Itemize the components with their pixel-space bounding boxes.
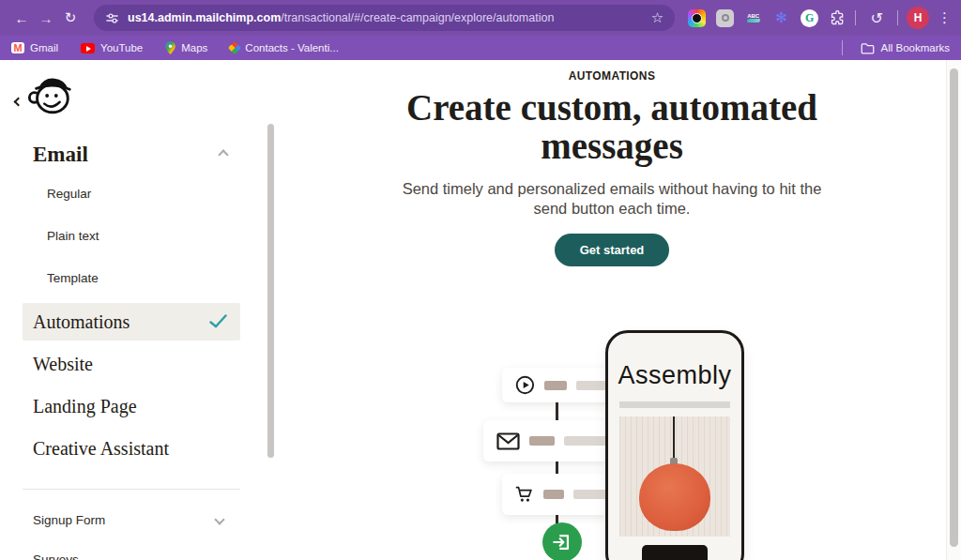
sidebar-item-signup-form[interactable]: Signup Form	[0, 501, 278, 538]
phone-mockup: Assembly	[605, 330, 744, 560]
email-section-label: Email	[33, 143, 88, 167]
item-label: Plain text	[47, 229, 99, 243]
phone-cta-button	[642, 545, 708, 560]
all-bookmarks-label: All Bookmarks	[881, 42, 951, 53]
bookmark-maps[interactable]: Maps	[165, 41, 207, 54]
checkmark-icon	[209, 314, 227, 328]
item-label: Signup Form	[33, 513, 105, 527]
signin-badge	[542, 522, 582, 560]
sidebar-header	[0, 71, 278, 126]
flow-connector	[556, 462, 558, 474]
history-icon[interactable]: ↺	[864, 6, 889, 30]
sidebar-item-landing-page[interactable]: Landing Page	[0, 386, 278, 428]
item-label: Surveys	[33, 552, 79, 560]
phone-app-title: Assembly	[608, 361, 741, 390]
scrollbar-thumb[interactable]	[950, 68, 958, 547]
grammarly-extension-icon[interactable]: G	[801, 9, 818, 27]
placeholder-bar	[544, 381, 567, 390]
bookmark-youtube[interactable]: YouTube	[81, 42, 143, 53]
profile-avatar[interactable]: H	[907, 7, 929, 29]
bookmarks-bar: M Gmail YouTube Maps Contacts - Valenti.…	[0, 36, 961, 60]
sidebar-item-website[interactable]: Website	[0, 343, 278, 386]
page-scrollbar[interactable]	[946, 60, 961, 560]
placeholder-bar	[576, 381, 616, 390]
url-text[interactable]: us14.admin.mailchimp.com/transactional/#…	[128, 11, 651, 24]
lamp-cap	[670, 458, 678, 466]
site-settings-icon[interactable]	[105, 11, 119, 25]
flow-card-cart	[502, 474, 608, 515]
bookmark-label: Contacts - Valenti...	[245, 42, 339, 53]
extension-icons: ABC ✻ G	[688, 9, 847, 27]
sidebar-item-template[interactable]: Template	[0, 257, 278, 299]
sidebar-scrollbar[interactable]	[267, 124, 274, 458]
sidebar-item-creative-assistant[interactable]: Creative Assistant	[0, 428, 278, 470]
bookmark-label: Gmail	[30, 42, 58, 53]
play-icon	[515, 374, 535, 396]
toolbar-separator	[855, 10, 856, 25]
mailchimp-logo[interactable]	[26, 73, 75, 118]
url-domain: us14.admin.mailchimp.com	[128, 11, 281, 24]
phone-nav-bar	[619, 401, 730, 408]
flow-connector	[556, 515, 558, 523]
eyebrow-label: AUTOMATIONS	[278, 69, 946, 83]
lamp-cord	[673, 416, 675, 460]
maps-pin-icon	[165, 41, 175, 54]
bookmark-contacts[interactable]: Contacts - Valenti...	[230, 42, 339, 53]
placeholder-bar	[564, 436, 607, 446]
extensions-puzzle-icon[interactable]	[829, 9, 847, 27]
flow-card-email	[483, 420, 608, 462]
flower-extension-icon[interactable]: ✻	[772, 9, 790, 27]
flow-connector	[556, 401, 558, 420]
sidebar-divider	[23, 489, 240, 490]
item-label: Landing Page	[33, 396, 137, 417]
sidebar-item-regular[interactable]: Regular	[0, 173, 278, 215]
page-subtitle: Send timely and personalized emails with…	[390, 179, 833, 218]
youtube-icon	[81, 43, 95, 53]
sidebar-item-plain-text[interactable]: Plain text	[0, 215, 278, 257]
toolbar-separator	[897, 10, 898, 25]
forward-icon[interactable]: →	[34, 6, 58, 30]
folder-icon	[861, 42, 875, 54]
item-label: Automations	[33, 311, 130, 333]
automation-explore-content: AUTOMATIONS Create custom, automated mes…	[278, 60, 946, 560]
item-label: Creative Assistant	[33, 438, 169, 460]
signin-icon	[552, 532, 572, 552]
chevron-up-icon[interactable]	[218, 149, 228, 159]
placeholder-bar	[529, 436, 555, 446]
bookmark-star-icon[interactable]: ☆	[651, 9, 664, 26]
item-label: Website	[33, 354, 93, 375]
item-label: Regular	[47, 187, 91, 201]
color-picker-extension-icon[interactable]	[688, 9, 706, 27]
spellcheck-extension-icon[interactable]: ABC	[744, 9, 762, 27]
bookmark-label: Maps	[181, 42, 207, 53]
item-label: Template	[47, 271, 99, 285]
browser-window: ← → ↻ us14.admin.mailchimp.com/transacti…	[0, 0, 961, 560]
page-body: Email Regular Plain text Template Automa…	[0, 60, 961, 560]
bookmark-gmail[interactable]: M Gmail	[11, 42, 58, 53]
browser-menu-icon[interactable]: ⋮	[938, 9, 952, 26]
get-started-button[interactable]: Get started	[555, 234, 670, 266]
gmail-icon: M	[11, 42, 24, 53]
screenshot-extension-icon[interactable]	[716, 9, 734, 27]
all-bookmarks-button[interactable]: All Bookmarks	[833, 40, 951, 55]
placeholder-bar	[573, 490, 608, 499]
address-bar[interactable]: us14.admin.mailchimp.com/transactional/#…	[94, 5, 675, 31]
sidebar-section-email[interactable]: Email	[33, 143, 244, 167]
reload-icon[interactable]: ↻	[58, 6, 83, 30]
back-icon[interactable]: ←	[9, 6, 34, 30]
contacts-icon	[228, 41, 241, 54]
grammarly-letter: G	[805, 11, 814, 25]
bookmark-label: YouTube	[100, 42, 143, 53]
placeholder-bar	[543, 490, 564, 499]
bookmarks-separator	[842, 40, 843, 55]
url-path: /transactional/#/create-campaign/explore…	[281, 11, 554, 24]
chevron-down-icon[interactable]	[214, 514, 224, 524]
cart-icon	[515, 484, 534, 505]
back-chevron-icon[interactable]	[11, 88, 25, 113]
envelope-icon	[496, 432, 520, 450]
browser-toolbar: ← → ↻ us14.admin.mailchimp.com/transacti…	[0, 0, 961, 36]
sidebar-item-surveys[interactable]: Surveys	[0, 540, 278, 560]
sidebar-item-automations[interactable]: Automations	[23, 303, 240, 341]
avatar-initial: H	[914, 11, 923, 24]
product-image	[619, 416, 730, 537]
